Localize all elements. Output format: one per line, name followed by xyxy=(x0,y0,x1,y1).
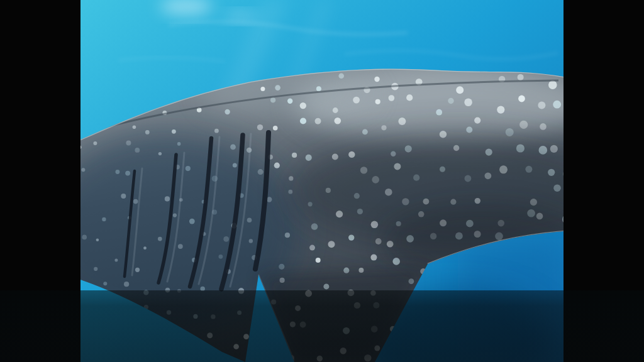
video-player-window: 00:00:16 00:00:19 GOPR4719 xyxy=(0,0,644,362)
transport-controls-overlay: 00:00:16 00:00:19 GOPR4719 xyxy=(0,290,644,362)
